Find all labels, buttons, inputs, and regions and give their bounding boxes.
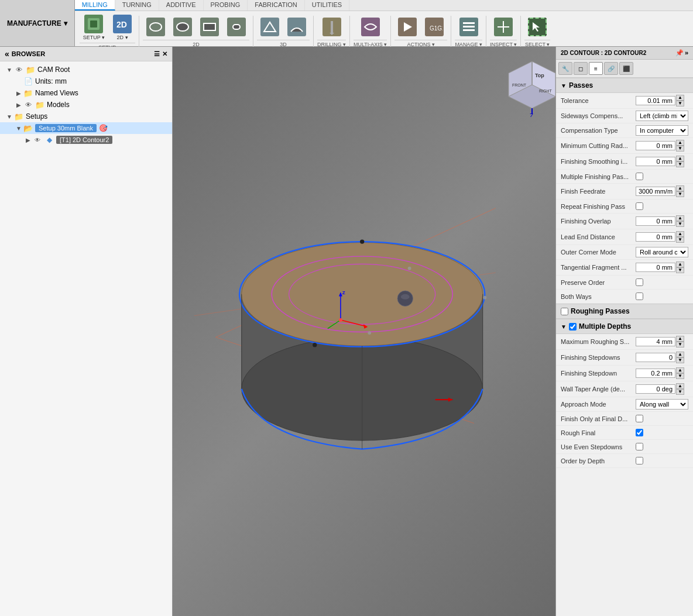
max-roughing-up[interactable]: ▲ [676, 336, 684, 342]
repeat-finishing-checkbox[interactable] [636, 202, 643, 210]
finishing-smoothing-up[interactable]: ▲ [676, 156, 684, 161]
canvas-area[interactable]: Z [173, 47, 555, 616]
finishing-stepdown-input[interactable] [636, 369, 675, 378]
browser-close-icon[interactable]: ✕ [162, 50, 167, 58]
finishing-stepdowns-down[interactable]: ▼ [676, 357, 684, 363]
multiple-finishing-checkbox[interactable] [636, 173, 643, 180]
3d-pocket-button[interactable] [284, 16, 310, 39]
finish-feedrate-down[interactable]: ▼ [676, 191, 684, 197]
expand-setups[interactable]: ▼ [5, 113, 14, 120]
finishing-stepdowns-up[interactable]: ▲ [676, 352, 684, 357]
2d-pocket-button[interactable] [170, 16, 195, 39]
wall-taper-down[interactable]: ▼ [676, 389, 684, 395]
eye-icon-t1[interactable]: 👁 [33, 135, 42, 144]
expand-t1[interactable]: ▶ [23, 137, 33, 143]
view-cube[interactable]: Top FRONT RIGHT Z X [503, 58, 550, 105]
min-cutting-rad-up[interactable]: ▲ [676, 140, 684, 146]
tree-item-units[interactable]: 📄 Units: mm [0, 75, 172, 87]
finish-feedrate-input[interactable] [636, 187, 675, 196]
select-button[interactable] [524, 16, 550, 39]
tree-item-setups[interactable]: ▼ 📁 Setups [0, 111, 172, 122]
order-by-depth-checkbox[interactable] [636, 457, 643, 464]
panel-tab-linking[interactable]: 🔗 [604, 62, 618, 75]
finish-feedrate-up[interactable]: ▲ [676, 185, 684, 191]
tab-additive[interactable]: ADDITIVE [159, 0, 204, 11]
min-cutting-rad-down[interactable]: ▼ [676, 146, 684, 152]
browser-expand-icon[interactable]: ☰ [154, 50, 160, 58]
finishing-stepdown-down[interactable]: ▼ [676, 373, 684, 379]
tree-item-setup-30mm[interactable]: ▼ 📂 Setup 30mm Blank 🎯 [0, 122, 172, 134]
outer-corner-mode-select[interactable]: Roll around corn... [636, 247, 688, 257]
tab-utilities[interactable]: UTILITIES [305, 0, 349, 11]
manage-button[interactable] [456, 16, 482, 39]
2d-new-button[interactable]: 2D 2D ▾ [109, 13, 135, 42]
multiaxis-button[interactable] [358, 16, 383, 39]
simulate-button[interactable] [394, 16, 420, 39]
3d-viewport[interactable]: Z [173, 47, 555, 616]
panel-expand-icon[interactable]: » [685, 49, 688, 57]
sideways-comp-select[interactable]: Left (climb milling) [636, 111, 688, 121]
tree-item-named-views[interactable]: ▶ 📁 Named Views [0, 87, 172, 99]
max-roughing-input[interactable] [636, 337, 675, 346]
finishing-stepdowns-input[interactable] [636, 353, 675, 362]
multiple-depths-section-header[interactable]: ▼ Multiple Depths [556, 319, 693, 334]
actions-extra-button[interactable]: G1G2 [421, 16, 447, 39]
preserve-order-checkbox[interactable] [636, 278, 643, 286]
expand-cam-root[interactable]: ▼ [5, 67, 14, 73]
tolerance-down[interactable]: ▼ [676, 101, 684, 106]
tangential-fragment-down[interactable]: ▼ [676, 267, 684, 273]
browser-collapse-icon[interactable]: « [5, 49, 9, 58]
finishing-overlap-input[interactable] [636, 216, 675, 226]
tangential-fragment-input[interactable] [636, 263, 675, 272]
min-cutting-rad-input[interactable] [636, 141, 675, 150]
wall-taper-up[interactable]: ▲ [676, 383, 684, 389]
tab-fabrication[interactable]: FABRICATION [248, 0, 305, 11]
2d-face-button[interactable] [197, 16, 222, 39]
wall-taper-input[interactable] [636, 384, 675, 394]
setup-button[interactable]: SETUP ▾ [80, 13, 108, 42]
rough-final-checkbox[interactable] [636, 429, 643, 436]
comp-type-select[interactable]: In computer [636, 125, 688, 136]
eye-icon-cam-root[interactable]: 👁 [14, 65, 23, 74]
panel-tab-passes[interactable]: ≡ [589, 62, 603, 75]
tolerance-input[interactable] [636, 96, 675, 105]
finishing-smoothing-input[interactable] [636, 157, 675, 166]
lead-end-distance-down[interactable]: ▼ [676, 237, 684, 243]
finishing-stepdown-up[interactable]: ▲ [676, 367, 684, 373]
lead-end-distance-up[interactable]: ▲ [676, 231, 684, 237]
lead-end-distance-input[interactable] [636, 232, 675, 242]
finishing-smoothing-down[interactable]: ▼ [676, 161, 684, 167]
tangential-fragment-up[interactable]: ▲ [676, 261, 684, 267]
tree-item-t1-contour2[interactable]: ▶ 👁 ◆ [T1] 2D Contour2 [0, 134, 172, 146]
finishing-overlap-up[interactable]: ▲ [676, 215, 684, 221]
use-even-stepdowns-checkbox[interactable] [636, 443, 643, 450]
panel-tab-tool[interactable]: 🔧 [558, 62, 572, 75]
expand-setup-30mm[interactable]: ▼ [14, 125, 23, 132]
panel-tab-extra[interactable]: ⬛ [619, 62, 633, 75]
tab-turning[interactable]: TURNING [115, 0, 159, 11]
panel-tab-geometry[interactable]: ◻ [574, 62, 588, 75]
view-cube-svg[interactable]: Top FRONT RIGHT Z X [503, 58, 555, 117]
3d-adaptive-button[interactable] [257, 16, 283, 39]
roughing-passes-checkbox[interactable] [561, 308, 568, 315]
inspect-button[interactable] [490, 16, 516, 39]
expand-named-views[interactable]: ▶ [14, 90, 23, 97]
multiple-depths-checkbox[interactable] [569, 323, 577, 331]
2d-contour-button[interactable] [143, 16, 169, 39]
max-roughing-down[interactable]: ▼ [676, 342, 684, 347]
2d-slot-button[interactable] [224, 16, 249, 39]
tab-milling[interactable]: MILLING [75, 0, 115, 11]
finish-only-final-checkbox[interactable] [636, 415, 643, 422]
tab-probing[interactable]: PROBING [204, 0, 248, 11]
manufacture-button[interactable]: MANUFACTURE ▾ [0, 0, 75, 46]
passes-section-header[interactable]: ▼ Passes [556, 78, 693, 93]
finishing-overlap-down[interactable]: ▼ [676, 221, 684, 227]
expand-models[interactable]: ▶ [14, 102, 23, 108]
eye-icon-models[interactable]: 👁 [23, 100, 33, 109]
roughing-passes-section-header[interactable]: Roughing Passes [556, 304, 693, 319]
tolerance-up[interactable]: ▲ [676, 95, 684, 101]
drill-button[interactable] [319, 16, 345, 39]
both-ways-checkbox[interactable] [636, 292, 643, 300]
panel-pin-icon[interactable]: 📌 [675, 49, 684, 57]
approach-mode-select[interactable]: Along wall [636, 399, 688, 409]
